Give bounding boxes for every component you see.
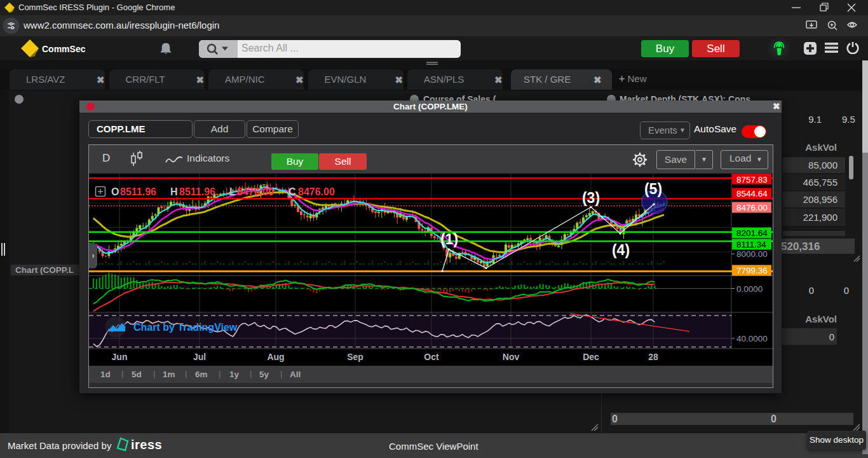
svg-text:Jul: Jul	[193, 352, 206, 362]
svg-text:8201.64: 8201.64	[736, 228, 768, 238]
svg-text:8476.00: 8476.00	[736, 203, 768, 212]
svg-text:(1): (1)	[440, 231, 458, 247]
svg-text:40.0000: 40.0000	[736, 334, 768, 344]
svg-text:H: H	[170, 186, 178, 197]
svg-text:8476.00: 8476.00	[237, 186, 274, 197]
svg-text:8511.96: 8511.96	[120, 186, 156, 197]
svg-text:Dec: Dec	[583, 352, 599, 362]
svg-text:Jun: Jun	[112, 352, 128, 362]
svg-text:Aug: Aug	[267, 352, 284, 362]
svg-text:(3): (3)	[582, 190, 600, 206]
svg-text:L: L	[229, 186, 236, 197]
svg-text:(4): (4)	[612, 242, 630, 258]
svg-text:C: C	[288, 186, 296, 197]
svg-text:O: O	[111, 186, 119, 197]
svg-text:8757.83: 8757.83	[736, 175, 768, 184]
svg-text:Oct: Oct	[424, 352, 439, 362]
svg-text:8476.00: 8476.00	[298, 186, 335, 197]
svg-text:Sep: Sep	[347, 352, 363, 362]
svg-text:28: 28	[648, 352, 658, 362]
svg-text:Nov: Nov	[503, 352, 520, 362]
svg-text:(5): (5)	[644, 181, 662, 197]
svg-text:8000.00: 8000.00	[736, 249, 768, 259]
svg-text:8544.64: 8544.64	[736, 189, 768, 198]
svg-text:8111.34: 8111.34	[736, 240, 766, 249]
svg-text:0.0000: 0.0000	[736, 284, 763, 294]
svg-text:Chart by TradingView: Chart by TradingView	[133, 322, 238, 333]
svg-text:7799.36: 7799.36	[736, 266, 768, 275]
svg-text:8511.96: 8511.96	[179, 186, 215, 197]
